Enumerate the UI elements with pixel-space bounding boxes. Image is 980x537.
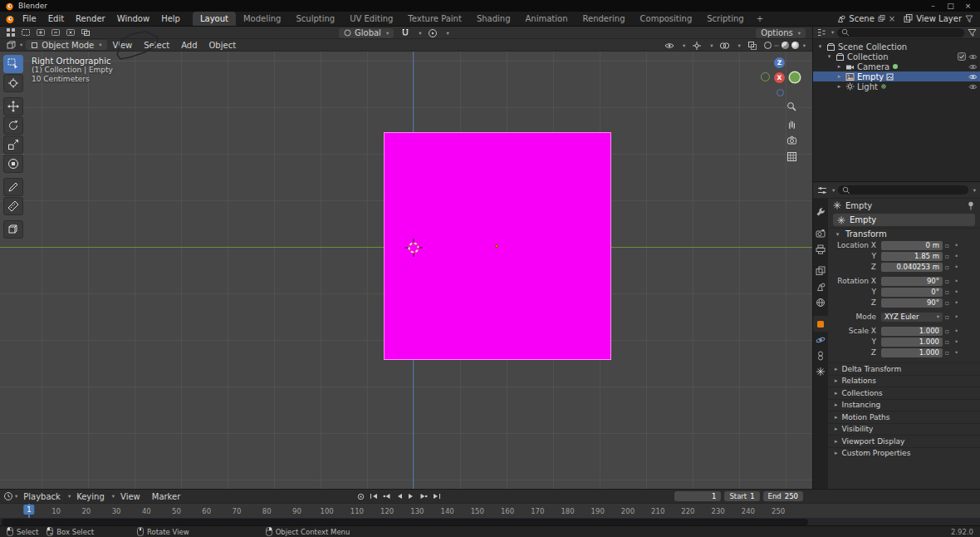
disclosure-icon[interactable] bbox=[835, 73, 843, 80]
scale-y-input[interactable]: 1.000 bbox=[881, 337, 943, 347]
snap-magnet-icon[interactable] bbox=[398, 27, 413, 38]
panel-relations[interactable]: Relations bbox=[828, 375, 980, 387]
panel-instancing[interactable]: Instancing bbox=[828, 399, 980, 411]
workspace-tab-scripting[interactable]: Scripting bbox=[699, 12, 751, 26]
playhead-frame-label[interactable]: 1 bbox=[23, 505, 34, 515]
duplicate-scene-icon[interactable] bbox=[878, 15, 885, 22]
select-mode-new-icon[interactable] bbox=[18, 27, 33, 38]
measure-tool[interactable] bbox=[3, 197, 23, 215]
shading-solid-active[interactable] bbox=[774, 45, 779, 47]
tab-physics[interactable] bbox=[813, 332, 828, 347]
animate-icon[interactable] bbox=[952, 242, 961, 249]
ortho-toggle-icon[interactable] bbox=[785, 150, 799, 164]
exclude-checkbox-icon[interactable] bbox=[958, 52, 966, 61]
view-layer-selector[interactable]: View Layer bbox=[904, 14, 973, 23]
location-z-input[interactable]: 0.040253 m bbox=[881, 263, 943, 272]
close-button[interactable]: × bbox=[961, 2, 975, 10]
workspace-tab-modeling[interactable]: Modeling bbox=[236, 12, 289, 26]
end-frame-field[interactable]: End 250 bbox=[763, 491, 803, 501]
properties-search-input[interactable] bbox=[838, 185, 968, 195]
tab-scene[interactable] bbox=[813, 278, 828, 294]
panel-collections[interactable]: Collections bbox=[828, 387, 980, 399]
override-icon[interactable] bbox=[943, 328, 952, 335]
gizmo-x-axis[interactable]: X bbox=[774, 72, 785, 83]
animate-icon[interactable] bbox=[952, 313, 961, 321]
rotation-x-input[interactable]: 90° bbox=[881, 277, 943, 286]
shading-material-icon[interactable] bbox=[782, 42, 789, 49]
editor-type-icon[interactable] bbox=[3, 27, 18, 38]
panel-delta-transform[interactable]: Delta Transform bbox=[828, 362, 980, 375]
unlink-scene-icon[interactable]: × bbox=[889, 14, 895, 23]
gizmos-toggle-icon[interactable] bbox=[689, 40, 704, 51]
select-mode-subtract-icon[interactable] bbox=[48, 27, 63, 38]
jump-to-start-icon[interactable] bbox=[370, 493, 378, 500]
snap-settings-chevron-icon[interactable] bbox=[419, 30, 421, 37]
gizmo-z-neg-axis[interactable] bbox=[777, 89, 784, 96]
disclosure-icon[interactable] bbox=[816, 43, 824, 50]
transform-orientation-dropdown[interactable]: Global bbox=[339, 28, 394, 38]
pin-icon[interactable] bbox=[967, 201, 975, 210]
select-box-tool[interactable] bbox=[3, 55, 23, 73]
disclosure-icon[interactable] bbox=[835, 83, 843, 90]
workspace-tab-animation[interactable]: Animation bbox=[518, 12, 576, 26]
select-mode-extend-icon[interactable] bbox=[33, 27, 48, 38]
outliner-row-scene-collection[interactable]: Scene Collection bbox=[813, 42, 980, 52]
3d-viewport[interactable]: Right Orthographic (1) Collection | Empt… bbox=[0, 52, 812, 489]
outliner-row-collection[interactable]: Collection bbox=[813, 52, 980, 62]
panel-custom-properties[interactable]: Custom Properties bbox=[828, 447, 980, 460]
animate-icon[interactable] bbox=[952, 349, 961, 357]
editor-chevron-icon[interactable] bbox=[20, 42, 22, 48]
tab-view-layer[interactable] bbox=[813, 263, 828, 278]
location-y-input[interactable]: 1.85 m bbox=[881, 252, 943, 261]
next-keyframe-icon[interactable] bbox=[419, 493, 428, 500]
timeline-ruler[interactable]: 1 10203040506070809010011012013014015016… bbox=[0, 503, 980, 518]
navigation-gizmo[interactable]: Z X bbox=[759, 57, 801, 98]
rotation-y-input[interactable]: 0° bbox=[881, 288, 943, 297]
overlays-toggle-icon[interactable] bbox=[717, 40, 732, 51]
transform-tool[interactable] bbox=[3, 155, 23, 173]
workspace-tab-rendering[interactable]: Rendering bbox=[575, 12, 632, 26]
proportional-edit-icon[interactable] bbox=[425, 27, 440, 38]
tab-object-data[interactable] bbox=[813, 363, 828, 379]
rotation-mode-dropdown[interactable]: XYZ Euler bbox=[881, 313, 943, 322]
gizmo-y-neg-axis[interactable] bbox=[761, 72, 770, 81]
override-icon[interactable] bbox=[943, 338, 952, 346]
override-icon[interactable] bbox=[943, 253, 952, 260]
animate-icon[interactable] bbox=[952, 299, 961, 307]
outliner-row-empty[interactable]: Empty bbox=[813, 71, 980, 81]
animate-icon[interactable] bbox=[952, 288, 961, 296]
jump-to-end-icon[interactable] bbox=[433, 493, 441, 500]
select-mode-intersect-icon[interactable] bbox=[78, 27, 93, 38]
shading-wireframe-icon[interactable] bbox=[764, 42, 772, 49]
animate-icon[interactable] bbox=[952, 328, 961, 335]
add-workspace-button[interactable]: + bbox=[752, 12, 768, 26]
filter-chevron-icon[interactable] bbox=[973, 187, 976, 194]
override-icon[interactable] bbox=[943, 242, 952, 249]
start-frame-field[interactable]: Start 1 bbox=[724, 491, 759, 501]
override-icon[interactable] bbox=[943, 299, 952, 307]
override-icon[interactable] bbox=[943, 264, 952, 271]
workspace-tab-compositing[interactable]: Compositing bbox=[633, 12, 700, 26]
override-icon[interactable] bbox=[943, 313, 952, 321]
filter-icon[interactable] bbox=[965, 15, 973, 23]
filter-icon[interactable] bbox=[968, 28, 977, 37]
scale-x-input[interactable]: 1.000 bbox=[881, 327, 943, 336]
menu-edit[interactable]: Edit bbox=[42, 12, 70, 26]
scrollbar-handle[interactable] bbox=[2, 519, 808, 525]
workspace-tab-layout[interactable]: Layout bbox=[193, 12, 236, 26]
workspace-tab-texture-paint[interactable]: Texture Paint bbox=[400, 12, 469, 26]
xray-toggle-icon[interactable] bbox=[745, 40, 760, 51]
eye-icon[interactable] bbox=[968, 73, 978, 81]
menu-keying[interactable]: Keying bbox=[71, 490, 110, 503]
disclosure-icon[interactable] bbox=[835, 63, 843, 70]
workspace-tab-uv-editing[interactable]: UV Editing bbox=[342, 12, 400, 26]
menu-render[interactable]: Render bbox=[70, 12, 111, 26]
override-icon[interactable] bbox=[943, 278, 952, 285]
add-cube-tool[interactable] bbox=[3, 220, 23, 239]
minimize-button[interactable]: – bbox=[926, 2, 940, 10]
gizmo-y-axis[interactable] bbox=[790, 72, 800, 82]
prev-keyframe-icon[interactable] bbox=[383, 493, 391, 500]
tab-tool[interactable] bbox=[813, 204, 828, 219]
properties-editor-icon[interactable] bbox=[817, 185, 827, 195]
transform-panel-header[interactable]: Transform bbox=[828, 228, 980, 239]
